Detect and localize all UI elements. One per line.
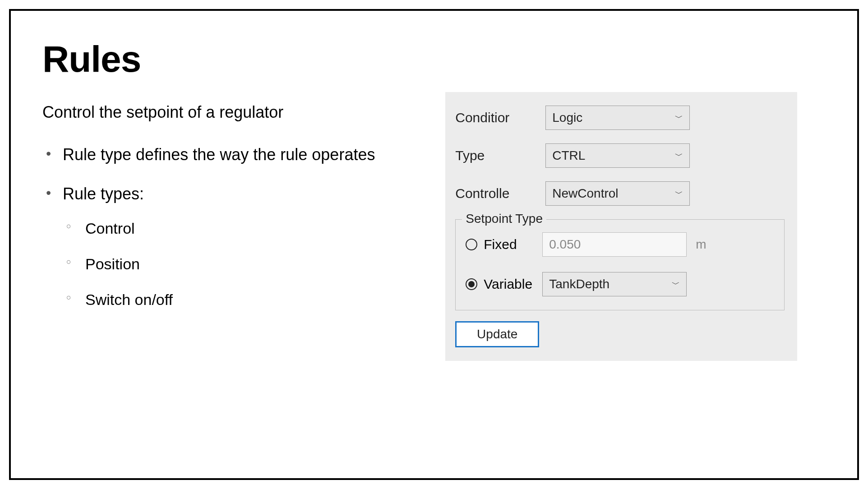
setpoint-fieldset: Setpoint Type Fixed 0.050 m Variable Tan… [455, 219, 785, 310]
variable-radio[interactable] [466, 278, 477, 290]
update-button[interactable]: Update [455, 321, 539, 347]
condition-value: Logic [552, 111, 582, 125]
fixed-input[interactable]: 0.050 [542, 232, 687, 257]
controller-label: Controlle [455, 186, 545, 201]
type-row: Type CTRL ﹀ [455, 143, 785, 168]
type-label: Type [455, 148, 545, 163]
content-right: Conditior Logic ﹀ Type CTRL ﹀ Controlle … [445, 38, 826, 451]
fixed-value: 0.050 [549, 237, 581, 252]
fixed-row: Fixed 0.050 m [466, 232, 774, 257]
bullet-2-text: Rule types: [63, 185, 144, 203]
chevron-down-icon: ﹀ [672, 279, 680, 290]
sub-bullet-position: Position [63, 254, 418, 274]
type-dropdown[interactable]: CTRL ﹀ [545, 143, 690, 168]
fixed-label: Fixed [484, 237, 542, 252]
chevron-down-icon: ﹀ [675, 188, 683, 199]
condition-label: Conditior [455, 110, 545, 125]
bullet-list: Rule type defines the way the rule opera… [42, 144, 418, 309]
variable-label: Variable [484, 277, 542, 292]
controller-row: Controlle NewControl ﹀ [455, 181, 785, 206]
bullet-1: Rule type defines the way the rule opera… [42, 144, 418, 166]
content-left: Rules Control the setpoint of a regulato… [42, 38, 418, 451]
fixed-unit: m [696, 237, 706, 252]
sub-bullet-control: Control [63, 218, 418, 238]
chevron-down-icon: ﹀ [675, 112, 683, 123]
controller-value: NewControl [552, 186, 618, 201]
bullet-2: Rule types: Control Position Switch on/o… [42, 184, 418, 309]
variable-value: TankDepth [549, 277, 609, 291]
type-value: CTRL [552, 148, 585, 163]
variable-dropdown[interactable]: TankDepth ﹀ [542, 272, 687, 296]
condition-row: Conditior Logic ﹀ [455, 106, 785, 130]
variable-row: Variable TankDepth ﹀ [466, 272, 774, 296]
settings-panel: Conditior Logic ﹀ Type CTRL ﹀ Controlle … [445, 92, 797, 361]
sub-bullet-list: Control Position Switch on/off [63, 218, 418, 310]
fixed-radio[interactable] [466, 239, 477, 250]
sub-bullet-switch: Switch on/off [63, 290, 418, 309]
setpoint-legend: Setpoint Type [462, 212, 546, 226]
page-title: Rules [42, 38, 418, 80]
condition-dropdown[interactable]: Logic ﹀ [545, 106, 690, 130]
subtitle: Control the setpoint of a regulator [42, 103, 418, 122]
slide-frame: Rules Control the setpoint of a regulato… [9, 9, 859, 480]
controller-dropdown[interactable]: NewControl ﹀ [545, 181, 690, 206]
chevron-down-icon: ﹀ [675, 150, 683, 161]
